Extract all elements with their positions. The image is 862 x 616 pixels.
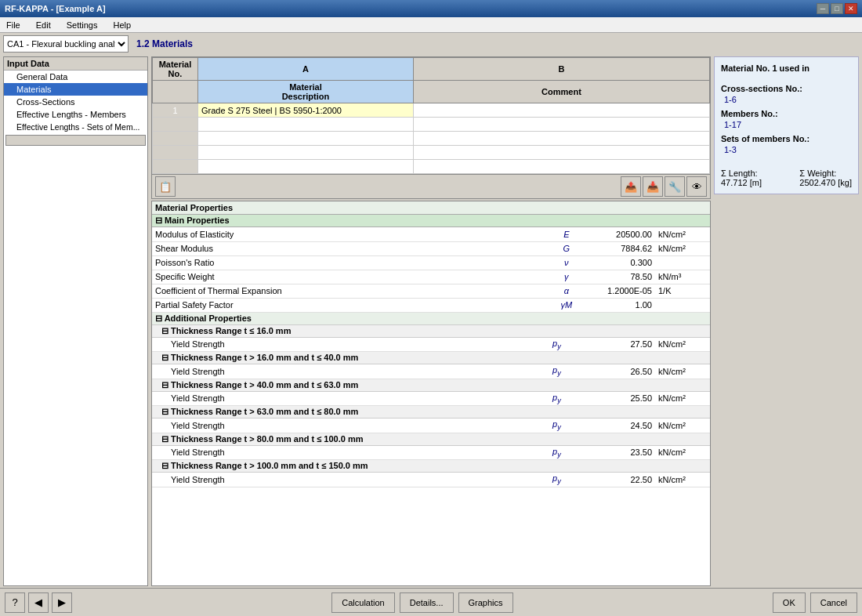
next-button[interactable]: ▶ — [52, 592, 72, 613]
prop-value-thermal: 1.2000E-05 — [592, 284, 655, 298]
prop-label-safety: Partial Safety Factor — [152, 298, 541, 312]
ca-select[interactable]: CA1 - Flexural buckling analysis — [3, 35, 129, 53]
prop-row-modulus: Modulus of Elasticity E 20500.00 kN/cm² — [152, 227, 710, 241]
thickness-range-5-header[interactable]: ⊟ Thickness Range t > 80.0 mm and t ≤ 10… — [152, 433, 710, 446]
thickness-range-2-header[interactable]: ⊟ Thickness Range t > 16.0 mm and t ≤ 40… — [152, 352, 710, 364]
left-nav-panel: Input Data General Data Materials Cross-… — [3, 56, 148, 586]
table-btn-2[interactable]: 📥 — [643, 176, 663, 197]
prop-symbol-shear: G — [541, 241, 592, 255]
right-panel: MaterialNo. A B MaterialDescription Comm… — [151, 56, 711, 586]
add-material-button[interactable]: 📋 — [155, 176, 176, 197]
details-button[interactable]: Details... — [400, 592, 454, 613]
table-row[interactable]: 1 Grade S 275 Steel | BS 5950-1:2000 — [153, 103, 710, 118]
thickness-range-1-table: Yield Strength py 27.50 kN/cm² — [152, 338, 710, 353]
prop-symbol-yield-2: py — [521, 364, 592, 379]
ok-button[interactable]: OK — [773, 592, 806, 613]
minimize-button[interactable]: ─ — [817, 3, 829, 14]
prop-label-shear: Shear Modulus — [152, 241, 541, 255]
bottom-center-buttons: Calculation Details... Graphics — [331, 592, 512, 613]
table-row-empty — [153, 118, 710, 132]
prop-unit-safety — [655, 298, 710, 312]
prop-row-yield-2: Yield Strength py 26.50 kN/cm² — [152, 364, 710, 379]
menu-edit[interactable]: Edit — [33, 20, 54, 31]
close-button[interactable]: ✕ — [845, 3, 857, 14]
prop-label-weight: Specific Weight — [152, 270, 541, 284]
thickness-range-3-table: Yield Strength py 25.50 kN/cm² — [152, 392, 710, 407]
prop-symbol-yield-3: py — [521, 392, 592, 406]
prop-symbol-modulus: E — [541, 227, 592, 241]
prop-symbol-poisson: ν — [541, 255, 592, 270]
calculation-button[interactable]: Calculation — [331, 592, 394, 613]
nav-cross-sections[interactable]: Cross-Sections — [4, 96, 147, 108]
prop-row-yield-4: Yield Strength py 24.50 kN/cm² — [152, 419, 710, 433]
info-lengths-row: Σ Length: 47.712 [m] Σ Weight: 2502.470 … — [721, 168, 852, 187]
content-area: Input Data General Data Materials Cross-… — [0, 55, 862, 588]
prop-value-yield-6: 22.50 — [592, 473, 655, 487]
prop-label-modulus: Modulus of Elasticity — [152, 227, 541, 241]
maximize-button[interactable]: □ — [831, 3, 843, 14]
thickness-range-2-table: Yield Strength py 26.50 kN/cm² — [152, 364, 710, 379]
mat-comment-cell[interactable] — [413, 103, 709, 118]
length-label: Σ Length: 47.712 [m] — [721, 168, 762, 187]
prop-value-yield-4: 24.50 — [592, 419, 655, 433]
prop-value-modulus: 20500.00 — [592, 227, 655, 241]
prop-label-yield-4: Yield Strength — [152, 419, 521, 433]
mat-material-cell[interactable]: Grade S 275 Steel | BS 5950-1:2000 — [197, 103, 413, 118]
prev-button[interactable]: ◀ — [28, 592, 49, 613]
prop-row-thermal: Coefficient of Thermal Expansion α 1.200… — [152, 284, 710, 298]
col-b-header: B — [413, 58, 709, 81]
main-properties-table: Modulus of Elasticity E 20500.00 kN/cm² … — [152, 227, 710, 313]
material-info-box: Material No. 1 used in Cross-sections No… — [714, 56, 859, 194]
bottom-left-buttons: ? ◀ ▶ — [5, 592, 72, 613]
menu-help[interactable]: Help — [110, 20, 134, 31]
cross-sections-label: Cross-sections No.: — [721, 84, 852, 93]
section-title: 1.2 Materials — [132, 37, 197, 51]
sets-label: Sets of members No.: — [721, 134, 852, 143]
material-info-title: Material No. 1 used in — [721, 63, 852, 73]
table-btn-4[interactable]: 👁 — [686, 176, 707, 197]
thickness-range-4-table: Yield Strength py 24.50 kN/cm² — [152, 419, 710, 433]
menu-bar: File Edit Settings Help — [0, 17, 862, 33]
members-value: 1-17 — [721, 120, 852, 129]
col-material-header: MaterialDescription — [197, 81, 413, 103]
nav-eff-lengths-sets[interactable]: Effective Lengths - Sets of Mem... — [4, 121, 147, 133]
cancel-button[interactable]: Cancel — [810, 592, 857, 613]
thickness-range-3-header[interactable]: ⊟ Thickness Range t > 40.0 mm and t ≤ 63… — [152, 379, 710, 392]
prop-symbol-yield-5: py — [521, 446, 592, 460]
prop-label-yield-3: Yield Strength — [152, 392, 521, 406]
nav-materials[interactable]: Materials — [4, 83, 147, 96]
thickness-range-5-table: Yield Strength py 23.50 kN/cm² — [152, 446, 710, 461]
help-button[interactable]: ? — [5, 592, 25, 613]
prop-value-weight: 78.50 — [592, 270, 655, 284]
col-no-header: MaterialNo. — [153, 58, 198, 81]
nav-eff-lengths-members[interactable]: Effective Lengths - Members — [4, 108, 147, 121]
table-btn-1[interactable]: 📤 — [621, 176, 641, 197]
prop-unit-modulus: kN/cm² — [655, 227, 710, 241]
col-comment-header: Comment — [413, 81, 709, 103]
members-label: Members No.: — [721, 109, 852, 118]
main-container: CA1 - Flexural buckling analysis 1.2 Mat… — [0, 33, 862, 616]
table-btn-3[interactable]: 🔧 — [665, 176, 685, 197]
prop-unit-yield-6: kN/cm² — [655, 473, 710, 487]
prop-unit-thermal: 1/K — [655, 284, 710, 298]
weight-label: Σ Weight: 2502.470 [kg] — [799, 168, 852, 187]
prop-row-yield-6: Yield Strength py 22.50 kN/cm² — [152, 473, 710, 487]
additional-properties-header[interactable]: ⊟ Additional Properties — [152, 313, 710, 325]
prop-symbol-yield-6: py — [521, 473, 592, 487]
nav-general-data[interactable]: General Data — [4, 71, 147, 83]
prop-label-yield-2: Yield Strength — [152, 364, 521, 379]
prop-unit-yield-5: kN/cm² — [655, 446, 710, 460]
nav-scrollbar[interactable] — [5, 135, 146, 146]
nav-section-title: Input Data — [4, 57, 147, 71]
properties-container: Material Properties ⊟ Main Properties Mo… — [151, 201, 711, 586]
mat-no-cell: 1 — [153, 103, 198, 118]
graphics-button[interactable]: Graphics — [458, 592, 513, 613]
col-no-sub — [153, 81, 198, 103]
menu-file[interactable]: File — [3, 20, 24, 31]
prop-value-yield-1: 27.50 — [592, 338, 655, 352]
thickness-range-6-header[interactable]: ⊟ Thickness Range t > 100.0 mm and t ≤ 1… — [152, 460, 710, 473]
thickness-range-4-header[interactable]: ⊟ Thickness Range t > 63.0 mm and t ≤ 80… — [152, 406, 710, 419]
thickness-range-1-header[interactable]: ⊟ Thickness Range t ≤ 16.0 mm — [152, 325, 710, 338]
main-properties-header[interactable]: ⊟ Main Properties — [152, 215, 710, 227]
menu-settings[interactable]: Settings — [63, 20, 101, 31]
